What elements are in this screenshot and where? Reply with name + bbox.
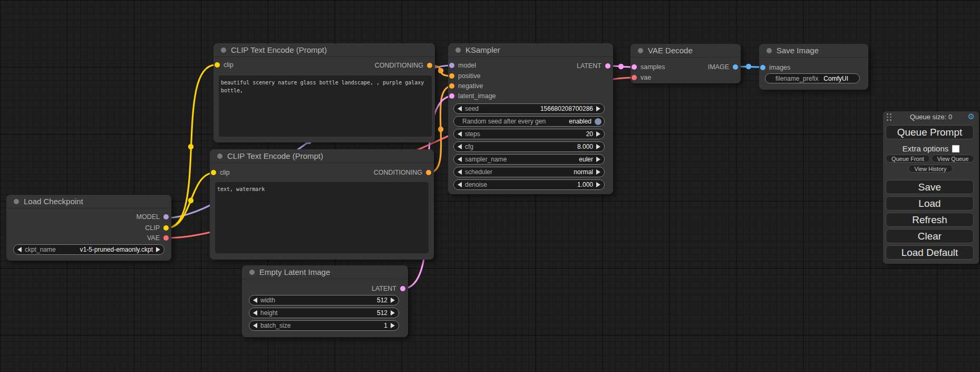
- height-widget[interactable]: height 512: [249, 308, 399, 318]
- node-ksampler-header[interactable]: KSampler: [448, 43, 613, 57]
- input-samples: samples: [632, 64, 665, 70]
- output-model-label: MODEL: [137, 213, 160, 221]
- steps-widget[interactable]: steps 20: [453, 129, 605, 139]
- next-value-icon[interactable]: [596, 182, 600, 187]
- node-save-image-header[interactable]: Save Image: [759, 44, 868, 58]
- node-empty-latent-header[interactable]: Empty Latent Image: [242, 265, 408, 279]
- next-value-icon[interactable]: [596, 144, 600, 149]
- link-dot-latent-ksampler[interactable]: [618, 64, 624, 69]
- cfg-widget[interactable]: cfg 8.000: [453, 141, 605, 152]
- queue-panel: Queue size: 0 ⚙ Queue Prompt Extra optio…: [883, 111, 979, 264]
- save-button[interactable]: Save: [886, 180, 974, 194]
- view-queue-button[interactable]: View Queue: [932, 155, 974, 163]
- queue-front-button[interactable]: Queue Front: [886, 155, 930, 163]
- next-value-icon[interactable]: [391, 298, 395, 303]
- input-negative-dot[interactable]: [449, 83, 454, 89]
- next-value-icon[interactable]: [391, 323, 395, 328]
- output-clip-dot[interactable]: [163, 225, 169, 231]
- node-load-checkpoint: Load Checkpoint MODEL CLIP VAE ckpt_name…: [6, 195, 171, 261]
- input-vae-dot[interactable]: [632, 75, 637, 80]
- output-conditioning: CONDITIONING: [374, 169, 431, 176]
- node-clip-negative-header[interactable]: CLIP Text Encode (Prompt): [210, 149, 434, 163]
- output-conditioning-dot[interactable]: [426, 170, 431, 175]
- prev-value-icon[interactable]: [253, 310, 257, 316]
- node-vae-decode-header[interactable]: VAE Decode: [630, 44, 741, 58]
- link-dot-clip-positive[interactable]: [188, 144, 193, 149]
- ckpt-name-widget[interactable]: ckpt_name v1-5-pruned-emaonly.ckpt: [13, 244, 164, 255]
- seed-widget[interactable]: seed 156680208700286: [453, 103, 605, 114]
- input-images-label: images: [769, 64, 790, 71]
- comfyui-canvas[interactable]: { "colors": { "model": "#B39DDB", "clip"…: [0, 0, 980, 372]
- widget-value: 20: [586, 130, 593, 138]
- prev-value-icon[interactable]: [253, 298, 257, 303]
- collapse-dot[interactable]: [217, 154, 222, 159]
- clear-button[interactable]: Clear: [886, 229, 974, 243]
- input-model-dot[interactable]: [449, 63, 454, 68]
- output-latent-dot[interactable]: [605, 63, 610, 69]
- prev-value-icon[interactable]: [458, 106, 462, 111]
- positive-prompt-text[interactable]: beautiful scenery nature glass bottle la…: [219, 75, 432, 137]
- input-positive-dot[interactable]: [449, 73, 454, 79]
- widget-value: ComfyUI: [823, 75, 848, 82]
- link-dot-cond-negative[interactable]: [438, 127, 443, 132]
- link-dot-clip-negative[interactable]: [188, 198, 193, 203]
- prev-value-icon[interactable]: [458, 182, 462, 187]
- collapse-dot[interactable]: [249, 270, 255, 275]
- output-conditioning-dot[interactable]: [427, 63, 432, 68]
- sampler-name-widget[interactable]: sampler_name euler: [453, 154, 605, 165]
- next-value-icon[interactable]: [156, 247, 160, 252]
- node-clip-positive-header[interactable]: CLIP Text Encode (Prompt): [214, 43, 435, 57]
- prev-value-icon[interactable]: [458, 144, 462, 149]
- next-value-icon[interactable]: [391, 310, 395, 316]
- input-latent-image-label: latent_image: [458, 92, 496, 100]
- filename-prefix-widget[interactable]: filename_prefix ComfyUI: [765, 73, 860, 83]
- denoise-widget[interactable]: denoise 1.000: [453, 179, 605, 190]
- output-vae-dot[interactable]: [163, 235, 169, 241]
- widget-label: steps: [465, 130, 480, 138]
- view-history-button[interactable]: View History: [908, 165, 953, 173]
- scheduler-widget[interactable]: scheduler normal: [453, 167, 605, 177]
- next-value-icon[interactable]: [596, 131, 600, 137]
- next-value-icon[interactable]: [596, 169, 600, 175]
- random-seed-widget[interactable]: Random seed after every gen enabled: [453, 116, 605, 127]
- prev-value-icon[interactable]: [458, 157, 462, 162]
- collapse-dot[interactable]: [638, 48, 643, 53]
- input-clip-dot[interactable]: [215, 62, 220, 68]
- toggle-icon[interactable]: [595, 118, 601, 125]
- input-images-dot[interactable]: [760, 65, 765, 70]
- prev-value-icon[interactable]: [17, 247, 22, 252]
- output-conditioning: CONDITIONING: [375, 62, 432, 69]
- prev-value-icon[interactable]: [458, 131, 462, 137]
- load-default-button[interactable]: Load Default: [886, 245, 974, 260]
- collapse-dot[interactable]: [766, 48, 772, 53]
- input-samples-dot[interactable]: [632, 64, 637, 70]
- queue-prompt-button[interactable]: Queue Prompt: [886, 125, 974, 139]
- output-latent-dot[interactable]: [400, 286, 405, 291]
- prev-value-icon[interactable]: [458, 169, 462, 175]
- widget-label: scheduler: [465, 168, 492, 176]
- next-value-icon[interactable]: [596, 157, 600, 162]
- queue-panel-header: Queue size: 0 ⚙: [883, 111, 979, 123]
- queue-size-label: Queue size: 0: [883, 113, 979, 121]
- load-button[interactable]: Load: [886, 196, 974, 211]
- link-dot-image[interactable]: [746, 64, 751, 69]
- prev-value-icon[interactable]: [253, 323, 257, 328]
- output-model-dot[interactable]: [163, 214, 169, 220]
- collapse-dot[interactable]: [455, 47, 461, 53]
- collapse-dot[interactable]: [221, 47, 226, 53]
- node-load-checkpoint-header[interactable]: Load Checkpoint: [6, 195, 171, 208]
- collapse-dot[interactable]: [14, 199, 19, 204]
- input-latent-image-dot[interactable]: [449, 93, 454, 99]
- refresh-button[interactable]: Refresh: [886, 213, 974, 227]
- input-clip-dot[interactable]: [211, 170, 216, 175]
- extra-options-checkbox[interactable]: [952, 145, 959, 152]
- width-widget[interactable]: width 512: [249, 295, 399, 306]
- link-dot-cond-positive[interactable]: [438, 68, 443, 73]
- batch-size-widget[interactable]: batch_size 1: [249, 320, 399, 331]
- widget-value: 1: [384, 322, 387, 329]
- negative-prompt-text[interactable]: text, watermark: [215, 182, 429, 253]
- settings-gear-icon[interactable]: ⚙: [968, 112, 975, 121]
- node-title: CLIP Text Encode (Prompt): [231, 45, 327, 54]
- output-image-dot[interactable]: [733, 64, 738, 70]
- next-value-icon[interactable]: [596, 106, 600, 111]
